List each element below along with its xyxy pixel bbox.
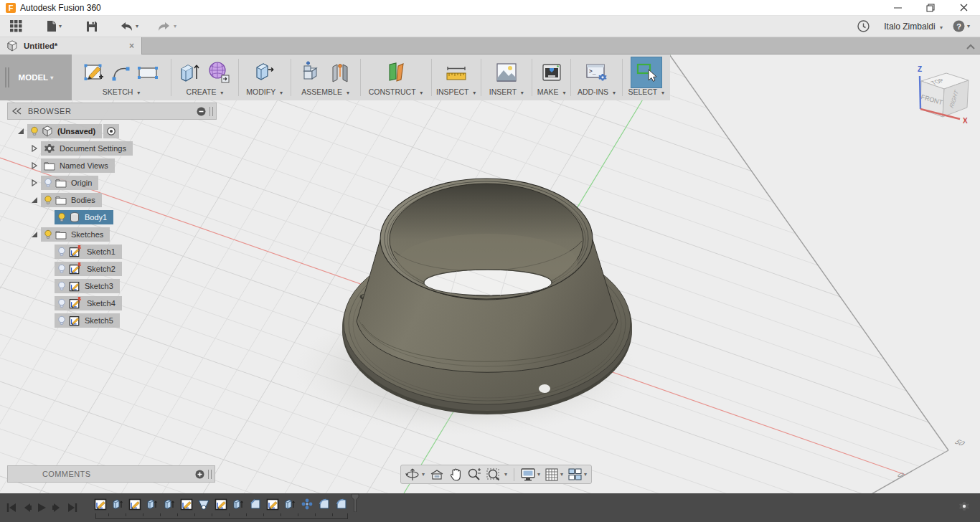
timeline-feature-extrude-9[interactable]: [232, 498, 245, 511]
go-to-start-button[interactable]: [6, 503, 17, 513]
timeline-feature-sketch-6[interactable]: [180, 498, 193, 511]
timeline-feature-fillet-14[interactable]: [318, 498, 331, 511]
extrude-button[interactable]: [178, 60, 202, 85]
close-button[interactable]: [947, 0, 980, 16]
create-menu[interactable]: CREATE ▾: [187, 87, 224, 96]
fit-button[interactable]: ▾: [486, 468, 507, 482]
tree-row-sketch4[interactable]: Sketch4: [7, 295, 217, 312]
step-back-button[interactable]: [22, 503, 32, 513]
job-status-button[interactable]: [853, 19, 874, 34]
undo-button[interactable]: ▾: [115, 20, 143, 33]
select-menu[interactable]: SELECT ▾: [628, 87, 664, 96]
timeline-feature-chamfer-10[interactable]: [249, 498, 262, 511]
press-pull-button[interactable]: [253, 60, 277, 85]
workspace-switcher[interactable]: MODEL▾: [0, 54, 72, 100]
visibility-bulb-icon[interactable]: [44, 229, 52, 239]
visibility-bulb-icon[interactable]: [57, 264, 66, 274]
toolbar-collapse-button[interactable]: [966, 40, 976, 53]
tree-row-sketches[interactable]: Sketches: [7, 226, 217, 243]
panel-grip[interactable]: [208, 470, 212, 479]
assemble-menu[interactable]: ASSEMBLE ▾: [301, 87, 349, 96]
tree-row-sketch1[interactable]: Sketch1: [7, 243, 217, 260]
measure-button[interactable]: [444, 62, 468, 83]
timeline-settings-button[interactable]: [958, 500, 970, 515]
construct-menu[interactable]: CONSTRUCT ▾: [369, 87, 423, 96]
activate-component-radio[interactable]: [103, 124, 119, 138]
select-tool-button[interactable]: [631, 57, 662, 88]
tree-row-origin[interactable]: Origin: [7, 174, 217, 191]
expand-arrow-icon[interactable]: [29, 162, 39, 169]
tree-row-sketch3[interactable]: Sketch3: [7, 277, 217, 295]
expand-arrow-icon[interactable]: [29, 145, 39, 152]
timeline-feature-extrude-12[interactable]: [283, 498, 296, 511]
modify-menu[interactable]: MODIFY ▾: [246, 87, 283, 96]
comments-panel[interactable]: COMMENTS: [7, 465, 215, 483]
visibility-bulb-icon[interactable]: [57, 281, 66, 291]
tree-row-sketch5[interactable]: Sketch5: [7, 312, 217, 329]
make-menu[interactable]: MAKE ▾: [537, 87, 566, 96]
restore-button[interactable]: [914, 0, 947, 16]
insert-menu[interactable]: INSERT ▾: [489, 87, 524, 96]
timeline-feature-hole-7[interactable]: [197, 498, 210, 511]
visibility-bulb-icon[interactable]: [57, 315, 66, 326]
timeline-feature-extrude-5[interactable]: [163, 498, 176, 511]
spline-button[interactable]: [110, 62, 132, 83]
expand-arrow-icon[interactable]: [16, 128, 26, 135]
redo-button[interactable]: ▾: [153, 20, 181, 33]
expand-arrow-icon[interactable]: [29, 196, 39, 204]
insert-button[interactable]: [494, 61, 519, 84]
pan-button[interactable]: [449, 468, 462, 481]
display-settings-button[interactable]: ▾: [521, 468, 540, 481]
collapse-all-icon[interactable]: [197, 107, 206, 116]
visibility-bulb-icon[interactable]: [57, 247, 66, 257]
timeline-feature-extrude-4[interactable]: [146, 498, 159, 511]
user-account-menu[interactable]: Italo Zimbaldi ▾: [884, 22, 943, 32]
create-form-button[interactable]: [207, 60, 231, 85]
tree-row-body1[interactable]: Body1: [7, 209, 217, 226]
browser-header[interactable]: BROWSER: [7, 103, 217, 120]
rectangle-button[interactable]: [136, 62, 159, 82]
go-to-end-button[interactable]: [67, 503, 78, 513]
visibility-bulb-icon[interactable]: [57, 298, 66, 308]
tree-row-sketch2[interactable]: Sketch2: [7, 260, 217, 277]
joint-button[interactable]: [329, 61, 351, 84]
tree-row-bodies[interactable]: Bodies: [7, 191, 217, 209]
tab-close-icon[interactable]: ×: [129, 41, 134, 51]
timeline-feature-sketch-1[interactable]: [94, 498, 107, 511]
minimize-button[interactable]: [881, 0, 914, 16]
panel-grip[interactable]: [209, 107, 213, 116]
timeline-feature-extrude-2[interactable]: [111, 498, 124, 511]
look-at-button[interactable]: [430, 468, 444, 481]
visibility-bulb-icon[interactable]: [44, 195, 52, 205]
save-button[interactable]: [82, 19, 102, 34]
tree-row-named-views[interactable]: Named Views: [7, 157, 217, 174]
app-launcher-button[interactable]: [6, 19, 27, 34]
timeline-feature-fillet-15[interactable]: [335, 498, 348, 511]
addins-menu[interactable]: ADD-INS ▾: [578, 87, 616, 96]
step-forward-button[interactable]: [52, 503, 62, 513]
timeline-feature-sketch-3[interactable]: [128, 498, 141, 511]
tree-row-document-settings[interactable]: Document Settings: [7, 140, 217, 157]
add-comment-icon[interactable]: [195, 470, 204, 479]
viewcube[interactable]: TOP FRONT RIGHT Z X: [898, 63, 977, 135]
collapse-panel-icon[interactable]: [12, 108, 22, 115]
visibility-bulb-icon[interactable]: [44, 178, 52, 188]
timeline-feature-sketch-11[interactable]: [266, 498, 279, 511]
sketch-menu[interactable]: SKETCH ▾: [103, 87, 141, 96]
help-menu[interactable]: ? ▾: [953, 20, 970, 32]
document-tab[interactable]: Untitled* ×: [0, 37, 142, 54]
tree-row-unsaved[interactable]: (Unsaved): [7, 123, 217, 140]
grid-snap-button[interactable]: ▾: [545, 468, 563, 481]
inspect-menu[interactable]: INSPECT ▾: [436, 87, 476, 96]
expand-arrow-icon[interactable]: [29, 231, 39, 238]
visibility-bulb-icon[interactable]: [30, 126, 39, 136]
zoom-button[interactable]: [467, 468, 481, 482]
timeline-feature-sketch-8[interactable]: [215, 498, 227, 511]
expand-arrow-icon[interactable]: [29, 179, 39, 186]
file-menu-button[interactable]: ▾: [42, 19, 66, 34]
orbit-button[interactable]: ▾: [405, 468, 425, 482]
play-button[interactable]: [37, 503, 47, 513]
timeline-playhead[interactable]: [351, 493, 359, 515]
timeline-feature-pattern-13[interactable]: [301, 498, 314, 511]
visibility-bulb-icon[interactable]: [57, 212, 66, 222]
